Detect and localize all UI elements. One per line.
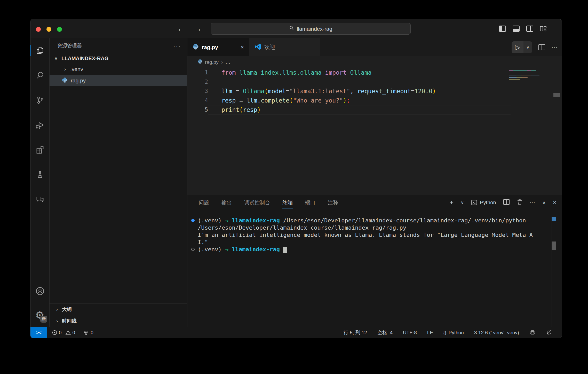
chevron-down-icon: ∨ — [53, 56, 59, 61]
terminal-command-decoration[interactable] — [191, 248, 195, 251]
python-interpreter[interactable]: 3.12.6 ('.venv': venv) — [474, 330, 519, 336]
tab-label: rag.py — [202, 44, 218, 50]
editor-scrollbar-thumb[interactable] — [553, 93, 560, 97]
run-python-file-icon[interactable]: ▷ — [512, 41, 523, 53]
settings-new-badge: 新 — [40, 316, 47, 323]
tree-item-label: rag.py — [71, 77, 86, 84]
search-icon — [289, 26, 294, 32]
minimize-window-button[interactable] — [46, 27, 51, 32]
code-line[interactable]: 5print(resp) — [187, 105, 511, 114]
notifications-muted-icon[interactable] — [546, 330, 552, 336]
panel-tab-output[interactable]: 输出 — [221, 195, 232, 210]
indentation[interactable]: 空格: 4 — [377, 329, 393, 336]
terminal-content[interactable]: (.venv) → llamaindex-rag /Users/eson/Dev… — [187, 210, 562, 327]
terminal-shell-label: Python — [480, 200, 496, 206]
radio-tower-icon — [83, 330, 89, 336]
breadcrumb-more[interactable]: … — [225, 59, 230, 65]
problems-status[interactable]: 0 0 — [52, 330, 75, 336]
code-editor[interactable]: 1from llama_index.llms.ollama import Oll… — [187, 68, 562, 195]
panel-tab-problems[interactable]: 问题 — [199, 195, 209, 210]
python-file-icon — [62, 77, 68, 84]
panel-tab-debug-console[interactable]: 调试控制台 — [244, 195, 270, 210]
panel-header: 问题 输出 调试控制台 终端 端口 注释 + ∨ Python — [187, 195, 562, 210]
tree-item-ragpy[interactable]: rag.py — [50, 75, 187, 86]
panel-tab-comments[interactable]: 注释 — [328, 195, 338, 210]
outline-label: 大纲 — [62, 306, 72, 313]
code-line[interactable]: 1from llama_index.llms.ollama import Oll… — [187, 68, 511, 77]
language-mode[interactable]: {} Python — [443, 330, 464, 336]
editor-group: rag.py × 欢迎 ▷ ∨ ·· — [187, 38, 562, 327]
breadcrumb-file[interactable]: rag.py — [205, 59, 219, 65]
code-line[interactable]: 2 — [187, 77, 511, 87]
line-number: 4 — [187, 97, 208, 104]
close-window-button[interactable] — [36, 27, 41, 32]
tab-ragpy[interactable]: rag.py × — [187, 38, 249, 56]
toggle-panel-icon[interactable] — [513, 26, 520, 32]
sidebar-more-actions[interactable]: ··· — [173, 42, 181, 49]
code-line[interactable]: 4resp = llm.complete("Who are you?"); — [187, 96, 511, 105]
maximize-panel-icon[interactable]: ∧ — [543, 200, 546, 205]
breadcrumb[interactable]: rag.py › … — [187, 56, 562, 68]
panel-more-actions[interactable]: ··· — [530, 199, 535, 206]
comments-icon[interactable] — [30, 187, 49, 212]
new-terminal-icon[interactable]: + — [450, 199, 454, 207]
panel-tab-terminal[interactable]: 终端 — [282, 195, 293, 210]
terminal-icon — [471, 199, 477, 206]
panel-tab-ports[interactable]: 端口 — [305, 195, 315, 210]
tree-item-venv[interactable]: › .venv — [50, 64, 187, 75]
split-terminal-icon[interactable] — [503, 199, 510, 206]
run-button-group[interactable]: ▷ ∨ — [512, 41, 532, 53]
code-lines: 1from llama_index.llms.ollama import Oll… — [187, 68, 562, 114]
terminal-shell-chip[interactable]: Python — [471, 199, 496, 206]
warning-count: 0 — [73, 330, 75, 336]
close-tab-icon[interactable]: × — [241, 44, 244, 51]
run-dropdown-icon[interactable]: ∨ — [523, 45, 532, 50]
terminal-gutter-line — [552, 217, 552, 327]
command-center-search[interactable]: llamaindex-rag — [211, 23, 411, 35]
workspace-root-row[interactable]: ∨ LLAMAINDEX-RAG — [50, 53, 187, 64]
back-button[interactable]: ← — [177, 24, 185, 33]
split-editor-icon[interactable] — [538, 44, 545, 50]
eol-sequence[interactable]: LF — [427, 330, 433, 336]
settings-gear-icon[interactable]: ⚙ 新 — [30, 303, 49, 327]
explorer-icon[interactable] — [30, 38, 49, 63]
minimap[interactable] — [509, 70, 540, 82]
terminal-command-decoration[interactable] — [191, 219, 195, 222]
editor-more-actions[interactable]: ··· — [551, 44, 558, 51]
account-icon[interactable] — [30, 279, 49, 303]
timeline-section[interactable]: › 时间线 — [50, 315, 187, 327]
copilot-icon[interactable] — [529, 330, 536, 336]
close-panel-icon[interactable]: × — [553, 199, 557, 206]
kill-terminal-icon[interactable] — [517, 199, 522, 206]
tab-welcome[interactable]: 欢迎 — [249, 38, 320, 56]
python-file-icon — [198, 59, 202, 65]
outline-section[interactable]: › 大纲 — [50, 303, 187, 315]
toggle-secondary-sidebar-icon[interactable] — [526, 26, 533, 32]
terminal-lines: (.venv) → llamaindex-rag /Users/eson/Dev… — [191, 217, 546, 253]
testing-icon[interactable] — [30, 162, 49, 187]
zoom-window-button[interactable] — [57, 27, 62, 32]
remote-indicator[interactable]: >< — [30, 327, 47, 338]
terminal-line: (.venv) → llamaindex-rag /Users/eson/Dev… — [191, 217, 546, 224]
ports-status[interactable]: 0 — [83, 330, 93, 336]
cursor-position[interactable]: 行 5, 列 12 — [344, 329, 367, 336]
activity-bar: ⚙ 新 — [30, 38, 50, 327]
search-sidebar-icon[interactable] — [30, 63, 49, 88]
customize-layout-icon[interactable] — [540, 26, 547, 32]
run-debug-icon[interactable] — [30, 113, 49, 137]
error-icon — [52, 330, 57, 335]
forward-button[interactable]: → — [194, 24, 202, 33]
chevron-right-icon: › — [54, 318, 60, 324]
toggle-sidebar-icon[interactable] — [499, 26, 506, 32]
editor-scrollbar[interactable] — [552, 68, 562, 195]
terminal-dropdown-icon[interactable]: ∨ — [461, 200, 464, 205]
editor-tab-bar: rag.py × 欢迎 ▷ ∨ ·· — [187, 38, 562, 56]
code-line[interactable]: 3llm = Ollama(model="llama3.1:latest", r… — [187, 87, 511, 96]
encoding[interactable]: UTF-8 — [403, 330, 417, 336]
extensions-icon[interactable] — [30, 137, 49, 162]
source-control-icon[interactable] — [30, 88, 49, 113]
warning-icon — [65, 330, 71, 335]
line-number: 1 — [187, 69, 208, 76]
terminal-cursor — [283, 247, 287, 253]
timeline-label: 时间线 — [62, 318, 77, 324]
